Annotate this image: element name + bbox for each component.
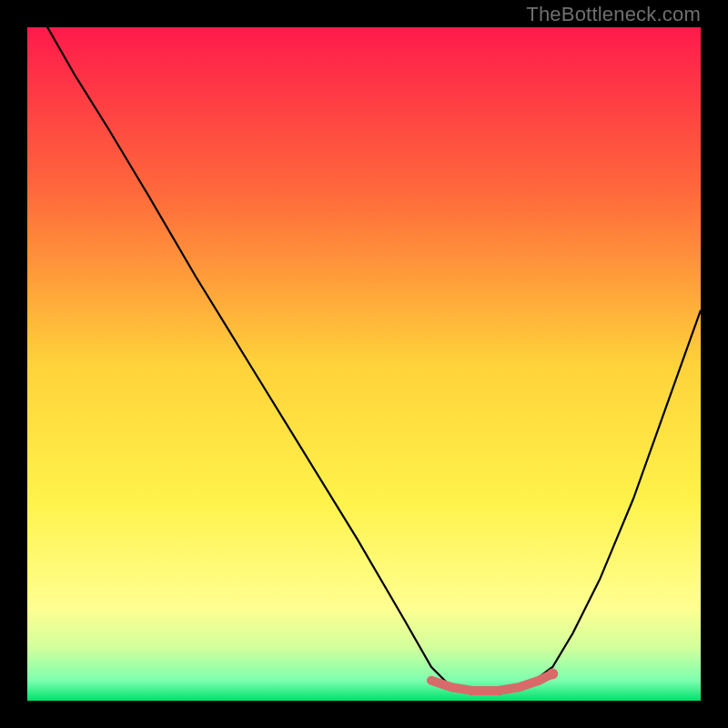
chart-svg [27,27,701,701]
gradient-background [27,27,701,701]
watermark-text: TheBottleneck.com [526,3,701,26]
chart-frame: TheBottleneck.com [0,0,728,728]
optimal-zone-endpoint [547,668,558,679]
plot-area [27,27,701,701]
